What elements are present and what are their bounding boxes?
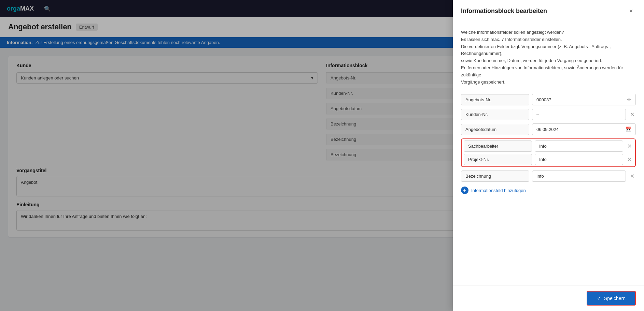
field-value-angebots-nr[interactable]: 000037 ✏	[532, 94, 636, 105]
highlighted-fields-group: Sachbearbeiter Info ✕ Projekt-Nr. Info ✕	[461, 138, 636, 167]
drawer-body: Welche Informationsfelder sollen angezei…	[453, 22, 644, 285]
desc-line-3: Die vordefinierten Felder bzgl. Vorgangs…	[461, 43, 636, 58]
drawer-header: Informationsblock bearbeiten ×	[453, 0, 644, 22]
field-value-kunden-nr[interactable]: –	[532, 109, 626, 120]
field-label-angebots-nr: Angebots-Nr.	[461, 94, 529, 105]
field-label-angebotsdatum: Angebotsdatum	[461, 124, 529, 135]
field-value-sachbearbeiter[interactable]: Info	[535, 140, 623, 152]
drawer-close-button[interactable]: ×	[626, 6, 636, 16]
field-label-sachbearbeiter: Sachbearbeiter	[464, 140, 532, 152]
main-content: Kunde Kunden anlegen oder suchen ▾ Infor…	[0, 48, 644, 311]
field-row-bezeichnung: Bezeichnung Info ✕	[461, 171, 636, 182]
drawer-description: Welche Informationsfelder sollen angezei…	[461, 29, 636, 86]
remove-sachbearbeiter-button[interactable]: ✕	[626, 142, 633, 151]
field-label-projekt-nr: Projekt-Nr.	[464, 154, 532, 165]
plus-circle-icon: +	[461, 187, 468, 194]
projekt-nr-value: Info	[539, 157, 547, 162]
field-row-kunden-nr: Kunden-Nr. – ✕	[461, 109, 636, 120]
remove-kunden-nr-button[interactable]: ✕	[629, 110, 636, 119]
field-row-angebotsdatum: Angebotsdatum 06.09.2024 📅	[461, 123, 636, 135]
field-label-bezeichnung: Bezeichnung	[461, 171, 529, 182]
bezeichnung-value: Info	[536, 174, 544, 179]
add-field-button[interactable]: + Informationsfeld hinzufügen	[461, 185, 636, 195]
field-label-kunden-nr: Kunden-Nr.	[461, 109, 529, 120]
remove-bezeichnung-button[interactable]: ✕	[629, 172, 636, 181]
drawer-title: Informationsblock bearbeiten	[461, 8, 547, 15]
desc-line-4: sowie Kundennummer, Datum, werden für je…	[461, 57, 636, 64]
sachbearbeiter-value: Info	[539, 144, 547, 149]
calendar-icon[interactable]: 📅	[626, 127, 631, 132]
informationsblock-drawer: Informationsblock bearbeiten × Welche In…	[453, 0, 644, 311]
desc-line-1: Welche Informationsfelder sollen angezei…	[461, 29, 636, 36]
desc-line-5: Entfernen oder Hinzufügen von Informatio…	[461, 64, 636, 79]
kunden-nr-value: –	[536, 112, 539, 117]
add-field-label: Informationsfeld hinzufügen	[471, 188, 526, 193]
field-value-bezeichnung[interactable]: Info	[532, 171, 626, 182]
field-value-angebotsdatum[interactable]: 06.09.2024 📅	[532, 123, 636, 135]
save-label: Speichern	[604, 296, 626, 301]
field-value-projekt-nr[interactable]: Info	[535, 154, 623, 165]
desc-line-6: Vorgänge gespeichert.	[461, 79, 636, 86]
field-row-sachbearbeiter: Sachbearbeiter Info ✕	[464, 140, 633, 152]
angebotsdatum-value: 06.09.2024	[536, 127, 559, 132]
check-icon: ✓	[597, 295, 601, 301]
angebots-nr-value: 000037	[536, 97, 551, 102]
field-row-angebots-nr: Angebots-Nr. 000037 ✏	[461, 94, 636, 105]
remove-projekt-nr-button[interactable]: ✕	[626, 155, 633, 164]
close-icon: ×	[629, 8, 633, 15]
field-row-projekt-nr: Projekt-Nr. Info ✕	[464, 154, 633, 165]
drawer-footer: ✓ Speichern	[453, 285, 644, 311]
save-button[interactable]: ✓ Speichern	[587, 291, 636, 306]
desc-line-2: Es lassen sich max. 7 Informationsfelder…	[461, 36, 636, 43]
edit-icon[interactable]: ✏	[627, 97, 631, 102]
